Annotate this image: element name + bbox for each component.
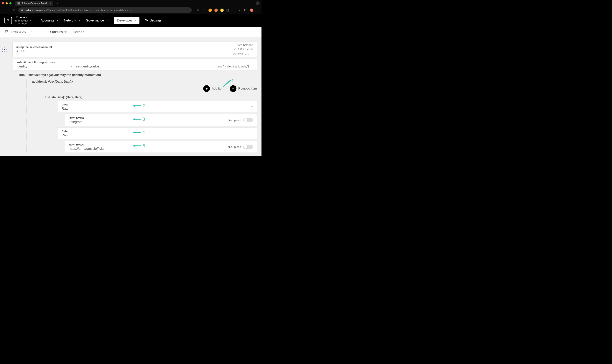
url-path: /apps/?rpc=wss%3A%2F%2Ffraa-dancebox-rpc… bbox=[41, 9, 133, 12]
annotation-5: 5 bbox=[132, 143, 145, 148]
close-window-icon[interactable] bbox=[2, 2, 4, 4]
field-bytes-input-1[interactable]: Raw: Bytes https://t.me/tanssiofficial f… bbox=[65, 141, 257, 153]
field-value: Telegram bbox=[69, 120, 253, 124]
chevron-down-icon: ▼ bbox=[251, 65, 253, 67]
svg-point-10 bbox=[2, 49, 3, 50]
gear-icon bbox=[145, 19, 148, 22]
svg-point-11 bbox=[4, 49, 5, 50]
chevron-down-icon: ▼ bbox=[251, 52, 253, 54]
balance-label: free balance bbox=[233, 43, 253, 47]
tab-title: Polkadot/Substrate Portal bbox=[22, 2, 47, 5]
extensions-puzzle-icon[interactable] bbox=[226, 9, 230, 12]
annotation-2: 2 bbox=[132, 103, 145, 108]
field-label: Raw: Bytes bbox=[69, 143, 253, 146]
nav-governance[interactable]: Governance▼ bbox=[86, 19, 108, 22]
chevron-down-icon: ▼ bbox=[30, 20, 32, 22]
subnav-main-label: Extrinsics bbox=[11, 30, 26, 34]
extrinsic-label: submit the following extrinsic bbox=[17, 61, 72, 64]
svg-line-2 bbox=[199, 11, 199, 11]
tab-submission[interactable]: Submission bbox=[50, 27, 67, 37]
account-name: ALICE bbox=[16, 49, 233, 53]
window-controls[interactable] bbox=[2, 2, 12, 4]
block-number: #1,719,351 bbox=[14, 22, 32, 25]
chevron-down-icon: ▼ bbox=[70, 65, 72, 67]
nav-network[interactable]: Network▼ bbox=[64, 19, 80, 22]
account-address[interactable]: 5Gh9NSh2... ▼ bbox=[233, 52, 253, 55]
chain-sub: dancebox/500 bbox=[14, 19, 28, 22]
bookmark-icon[interactable]: ☆ bbox=[202, 9, 206, 12]
add-item-button[interactable]: + Add item bbox=[203, 85, 224, 92]
file-upload-label: file upload bbox=[228, 145, 241, 148]
svg-point-8 bbox=[4, 47, 5, 48]
plus-icon: + bbox=[203, 85, 210, 92]
forward-button[interactable]: → bbox=[8, 9, 11, 12]
balance-value: 29.9999 DANCE bbox=[233, 47, 253, 51]
remove-item-button[interactable]: − Remove item bbox=[230, 85, 257, 92]
chevron-down-icon: ▼ bbox=[106, 19, 108, 22]
maximize-window-icon[interactable] bbox=[9, 2, 12, 4]
account-selector[interactable]: using the selected account ALICE free ba… bbox=[13, 41, 257, 57]
file-upload-toggle[interactable] bbox=[243, 144, 253, 149]
pallet-value: identity bbox=[17, 65, 27, 68]
browser-menu-icon[interactable]: ⋮ bbox=[256, 9, 259, 12]
extrinsic-selector: submit the following extrinsic identity … bbox=[13, 59, 257, 70]
extension-icon-3[interactable] bbox=[220, 9, 224, 12]
new-tab-button[interactable]: + bbox=[55, 2, 60, 5]
chevron-down-icon: ▼ bbox=[134, 19, 136, 22]
subnav-extrinsics[interactable]: Extrinsics bbox=[5, 27, 31, 38]
chevron-down-icon: ▼ bbox=[79, 19, 80, 22]
downloads-icon[interactable] bbox=[238, 9, 241, 12]
svg-point-9 bbox=[6, 47, 6, 48]
param-item0-label: 0: (Data,Data): (Data, Data) bbox=[45, 96, 257, 99]
url-host: polkadot.js.org bbox=[25, 9, 41, 12]
file-upload-toggle[interactable] bbox=[243, 118, 253, 122]
minimize-window-icon[interactable] bbox=[6, 2, 8, 4]
docs-link: See [`Pallet::set_identity`]. bbox=[217, 65, 250, 68]
field-label: Data bbox=[62, 103, 253, 106]
browser-tab[interactable]: Polkadot/Substrate Portal × bbox=[15, 1, 53, 6]
file-upload-label: file upload bbox=[228, 119, 241, 122]
field-value: Raw bbox=[62, 133, 253, 137]
param-info-label: info: PalletIdentityLegacyIdentityInfo (… bbox=[19, 73, 257, 77]
annotation-number-1: 1 bbox=[231, 78, 234, 83]
svg-rect-0 bbox=[18, 2, 20, 4]
brand-logo: d. bbox=[4, 17, 12, 24]
pallet-dropdown[interactable]: submit the following extrinsic identity … bbox=[17, 61, 72, 68]
lock-icon bbox=[21, 9, 23, 12]
annotation-4: 4 bbox=[132, 130, 145, 135]
tab-decode[interactable]: Decode bbox=[73, 27, 84, 37]
back-button[interactable]: ← bbox=[2, 9, 5, 12]
chevron-down-icon: ▼ bbox=[251, 132, 253, 135]
field-value: Raw bbox=[62, 107, 253, 111]
svg-point-15 bbox=[6, 51, 6, 52]
nav-developer[interactable]: Developer▼ bbox=[114, 17, 140, 24]
svg-point-13 bbox=[2, 51, 3, 52]
field-data-select-0[interactable]: Data Raw ▼ 2 bbox=[58, 101, 257, 113]
svg-rect-4 bbox=[245, 9, 247, 11]
chain-selector[interactable]: d. Dancebox dancebox/500 ▼ #1,719,351 bbox=[4, 15, 32, 25]
tab-overflow-button[interactable]: ⌄ bbox=[255, 1, 260, 5]
breadcrumb-arrow bbox=[28, 27, 32, 38]
inbox-icon bbox=[5, 30, 9, 35]
close-tab-icon[interactable]: × bbox=[50, 2, 51, 5]
svg-point-14 bbox=[4, 51, 5, 52]
field-bytes-input-0[interactable]: Raw: Bytes Telegram file upload bbox=[65, 114, 257, 126]
extension-icon-2[interactable] bbox=[214, 9, 218, 12]
address-bar[interactable]: polkadot.js.org/apps/?rpc=wss%3A%2F%2Ffr… bbox=[18, 7, 192, 13]
field-data-select-1[interactable]: Data Raw ▼ 4 bbox=[58, 128, 257, 139]
field-value: https://t.me/tanssiofficial bbox=[69, 147, 253, 151]
profile-avatar[interactable] bbox=[250, 9, 253, 12]
zoom-icon[interactable] bbox=[197, 9, 200, 12]
extension-icon-1[interactable] bbox=[208, 9, 212, 12]
call-value: setIdentity(info) bbox=[76, 65, 99, 68]
annotation-arrow-1 bbox=[221, 79, 232, 89]
chain-name: Dancebox bbox=[14, 15, 32, 19]
field-label: Raw: Bytes bbox=[69, 116, 253, 119]
nav-accounts[interactable]: Accounts▼ bbox=[41, 19, 58, 22]
call-dropdown[interactable]: setIdentity(info) See [`Pallet::set_iden… bbox=[76, 65, 253, 68]
reload-button[interactable]: ⟳ bbox=[13, 8, 16, 12]
annotation-3: 3 bbox=[132, 117, 145, 122]
nav-settings[interactable]: Settings bbox=[145, 19, 161, 22]
sidepanel-icon[interactable] bbox=[244, 9, 247, 12]
chevron-down-icon: ▼ bbox=[57, 19, 58, 22]
